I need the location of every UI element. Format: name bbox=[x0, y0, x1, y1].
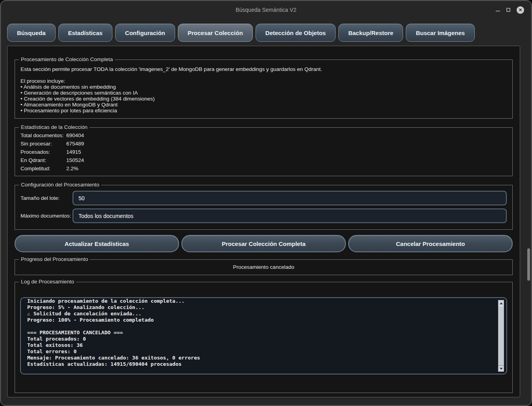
info-line: • Almacenamiento en MongoDB y Qdrant bbox=[21, 102, 507, 108]
stat-label: Sin procesar: bbox=[21, 140, 66, 148]
minimize-button[interactable] bbox=[496, 8, 500, 11]
app-window: Búsqueda Semántica V2 ✕ Búsqueda Estadís… bbox=[0, 0, 532, 406]
log-line bbox=[27, 323, 495, 330]
stat-value: 150524 bbox=[66, 156, 84, 164]
info-line: • Creación de vectores de embedding (384… bbox=[21, 96, 507, 102]
stat-value: 14915 bbox=[66, 148, 81, 156]
maximize-icon bbox=[506, 8, 510, 12]
arrow-down-icon bbox=[500, 368, 503, 370]
progress-title: Progreso del Procesamiento bbox=[19, 256, 90, 262]
log-line: === PROCESAMIENTO CANCELADO === bbox=[27, 330, 495, 336]
window-scrollbar-thumb[interactable] bbox=[527, 248, 530, 281]
tab-configuracion[interactable]: Configuración bbox=[115, 24, 175, 42]
log-line-warning: ⚠ Solicitud de cancelación enviada... bbox=[27, 311, 495, 317]
stat-row-completitud: Completitud: 2.2% bbox=[21, 164, 507, 173]
tab-procesar-coleccion[interactable]: Procesar Colección bbox=[178, 24, 253, 42]
log-line: Estadísticas actualizadas: 14915/690404 … bbox=[27, 361, 495, 367]
window-controls: ✕ bbox=[496, 1, 524, 19]
tab-backup-restore[interactable]: Backup/Restore bbox=[338, 24, 403, 42]
arrow-up-icon bbox=[500, 302, 503, 304]
collection-stats-title: Estadísticas de la Colección bbox=[19, 124, 90, 130]
info-line bbox=[21, 72, 507, 78]
tab-deteccion-de-objetos[interactable]: Detección de Objetos bbox=[256, 24, 336, 42]
scroll-down-button[interactable] bbox=[498, 366, 504, 371]
log-line: Total exitosos: 36 bbox=[27, 342, 495, 348]
log-scrollbar-thumb[interactable] bbox=[498, 306, 504, 366]
log-line: Progreso: 5% - Analizando colección... bbox=[27, 304, 495, 311]
procesar-coleccion-completa-button[interactable]: Procesar Colección Completa bbox=[181, 235, 346, 252]
info-line: • Procesamiento por lotes para eficienci… bbox=[21, 108, 507, 114]
stat-row-total-documentos: Total documentos: 690404 bbox=[21, 131, 507, 140]
log-content: Iniciando procesamiento de la colección … bbox=[27, 298, 495, 367]
batch-size-row: Tamaño del lote: bbox=[21, 191, 507, 205]
log-textarea[interactable]: Iniciando procesamiento de la colección … bbox=[20, 297, 507, 374]
stat-value: 675489 bbox=[66, 140, 84, 148]
stat-value: 690404 bbox=[66, 131, 84, 140]
actions-row: Actualizar Estadísticas Procesar Colecci… bbox=[15, 235, 513, 252]
tab-bar: Búsqueda Estadísticas Configuración Proc… bbox=[1, 19, 531, 45]
info-line: • Análisis de documentos sin embedding bbox=[21, 84, 507, 90]
stat-value: 2.2% bbox=[66, 164, 78, 173]
processing-config-frame: Configuración del Procesamiento Tamaño d… bbox=[15, 185, 513, 230]
close-icon: ✕ bbox=[519, 7, 522, 13]
tab-buscar-imagenes[interactable]: Buscar Imágenes bbox=[406, 24, 474, 42]
log-line: Iniciando procesamiento de la colección … bbox=[27, 298, 495, 304]
max-docs-label: Máximo documentos: bbox=[21, 213, 73, 219]
max-docs-input[interactable] bbox=[73, 209, 507, 223]
tab-estadisticas[interactable]: Estadísticas bbox=[58, 24, 113, 42]
tab-busqueda[interactable]: Búsqueda bbox=[7, 24, 56, 42]
log-line: Progreso: 100% - Procesamiento completad… bbox=[27, 317, 495, 323]
progress-status-text: Procesamiento cancelado bbox=[21, 264, 507, 270]
stat-label: En Qdrant: bbox=[21, 156, 66, 164]
processing-info-title: Procesamiento de Colección Completa bbox=[19, 56, 115, 62]
log-line: Total procesados: 0 bbox=[27, 336, 495, 342]
procesar-coleccion-panel: Procesamiento de Colección Completa Esta… bbox=[7, 46, 520, 397]
minimize-icon bbox=[496, 11, 500, 11]
titlebar: Búsqueda Semántica V2 ✕ bbox=[1, 1, 531, 19]
log-title: Log de Procesamiento bbox=[19, 279, 76, 285]
processing-config-title: Configuración del Procesamiento bbox=[19, 182, 101, 188]
log-line: Total errores: 0 bbox=[27, 348, 495, 355]
log-line: Mensaje: Procesamiento cancelado: 36 exi… bbox=[27, 355, 495, 361]
info-line: • Generación de descripciones semánticas… bbox=[21, 90, 507, 96]
maximize-button[interactable] bbox=[506, 8, 510, 12]
stat-row-procesados: Procesados: 14915 bbox=[21, 148, 507, 156]
processing-info-frame: Procesamiento de Colección Completa Esta… bbox=[15, 60, 513, 119]
close-button[interactable]: ✕ bbox=[517, 6, 524, 14]
stat-label: Total documentos: bbox=[21, 131, 66, 140]
actualizar-estadisticas-button[interactable]: Actualizar Estadísticas bbox=[15, 235, 179, 252]
log-scrollbar[interactable] bbox=[498, 300, 504, 372]
info-line: El proceso incluye: bbox=[21, 78, 507, 84]
stat-row-en-qdrant: En Qdrant: 150524 bbox=[21, 156, 507, 164]
collection-stats-frame: Estadísticas de la Colección Total docum… bbox=[15, 127, 513, 176]
stat-row-sin-procesar: Sin procesar: 675489 bbox=[21, 140, 507, 148]
max-docs-row: Máximo documentos: bbox=[21, 209, 507, 223]
stat-label: Procesados: bbox=[21, 148, 66, 156]
info-line: Esta sección permite procesar TODA la co… bbox=[21, 66, 507, 72]
batch-size-label: Tamaño del lote: bbox=[21, 195, 73, 201]
window-title: Búsqueda Semántica V2 bbox=[235, 7, 296, 13]
progress-frame: Progreso del Procesamiento Procesamiento… bbox=[15, 259, 513, 275]
batch-size-input[interactable] bbox=[73, 191, 507, 205]
log-frame: Log de Procesamiento Iniciando procesami… bbox=[15, 282, 513, 393]
cancelar-procesamiento-button[interactable]: Cancelar Procesamiento bbox=[348, 235, 513, 252]
stat-label: Completitud: bbox=[21, 164, 66, 173]
scroll-up-button[interactable] bbox=[498, 300, 504, 306]
